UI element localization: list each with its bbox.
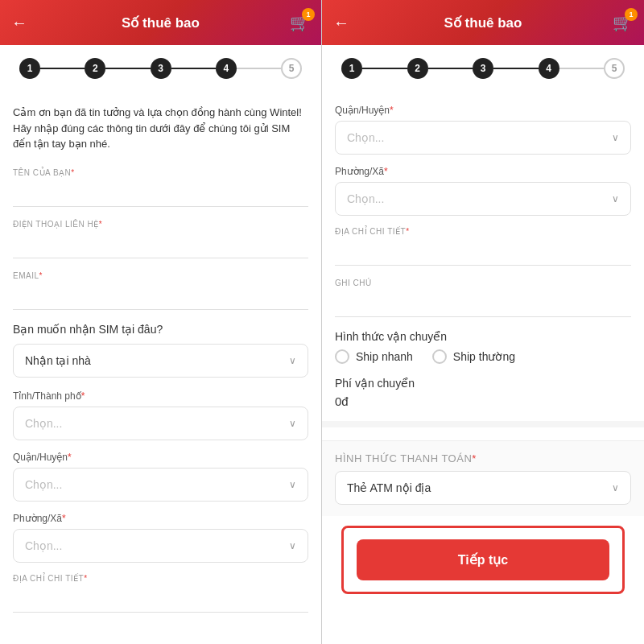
detail-address-field-group: ĐỊA CHỈ CHI TIẾT* xyxy=(13,574,308,613)
payment-value: Thẻ ATM nội địa xyxy=(347,481,431,494)
province-placeholder: Chọn... xyxy=(25,417,62,430)
right-ward-dropdown[interactable]: Chọn... ∨ xyxy=(335,182,631,216)
right-header: ← Số thuê bao 🛒 1 xyxy=(322,0,644,45)
name-required: * xyxy=(71,168,74,177)
right-ward-required: * xyxy=(384,166,388,177)
right-line-1-2 xyxy=(362,68,407,69)
detail-address-input[interactable] xyxy=(13,586,308,613)
left-step-1: 1 xyxy=(19,58,40,79)
left-screen: ← Số thuê bao 🛒 1 1 2 3 4 5 xyxy=(0,0,322,644)
payment-section: Hình thức thanh toán* Thẻ ATM nội địa ∨ xyxy=(322,440,644,516)
ward-required: * xyxy=(62,513,66,524)
right-detail-address-group: ĐỊA CHỈ CHI TIẾT* xyxy=(335,227,631,266)
province-dropdown[interactable]: Chọn... ∨ xyxy=(13,407,308,440)
right-note-input[interactable] xyxy=(335,291,631,317)
left-step-3: 3 xyxy=(151,58,171,79)
right-content: Quận/Huyện* Chọn... ∨ Phường/Xã* Chọn...… xyxy=(322,92,644,644)
right-detail-address-label: ĐỊA CHỈ CHI TIẾT* xyxy=(335,227,631,236)
left-progress-bar: 1 2 3 4 5 xyxy=(0,45,321,92)
right-line-4-5 xyxy=(559,68,605,69)
right-note-label: GHI CHÚ xyxy=(335,279,631,287)
province-chevron-icon: ∨ xyxy=(289,418,296,429)
ward-label: Phường/Xã* xyxy=(13,513,308,524)
payment-dropdown[interactable]: Thẻ ATM nội địa ∨ xyxy=(335,471,631,505)
phone-field-group: ĐIỆN THOẠI LIÊN HỆ* xyxy=(13,220,308,258)
right-screen: ← Số thuê bao 🛒 1 1 2 3 4 5 xyxy=(322,0,644,644)
payment-label: Hình thức thanh toán* xyxy=(335,452,631,464)
left-header-title: Số thuê bao xyxy=(122,14,200,31)
ward-chevron-icon: ∨ xyxy=(289,540,296,551)
shipping-fee-value: 0đ xyxy=(335,394,631,408)
left-step-2: 2 xyxy=(85,58,105,79)
right-cart-badge: 1 xyxy=(625,8,638,21)
ship-fast-label: Ship nhanh xyxy=(356,350,413,363)
delivery-chevron-icon: ∨ xyxy=(289,355,296,366)
right-line-3-4 xyxy=(493,68,539,69)
right-ward-placeholder: Chọn... xyxy=(347,192,384,205)
phone-label: ĐIỆN THOẠI LIÊN HỆ* xyxy=(13,220,308,229)
left-step-4: 4 xyxy=(216,58,237,79)
right-district-label: Quận/Huyện* xyxy=(335,105,631,116)
ship-normal-radio[interactable] xyxy=(432,349,447,364)
name-input[interactable] xyxy=(13,180,308,207)
shipping-fee-group: Phí vận chuyển 0đ xyxy=(335,377,631,408)
right-line-2-3 xyxy=(428,68,473,69)
right-ward-label: Phường/Xã* xyxy=(335,166,631,177)
right-cart-button[interactable]: 🛒 1 xyxy=(613,13,633,32)
province-required: * xyxy=(81,390,85,402)
continue-btn-container: Tiếp tục xyxy=(341,526,625,594)
detail-address-required: * xyxy=(84,574,87,583)
payment-chevron-icon: ∨ xyxy=(612,482,619,493)
right-step-1: 1 xyxy=(341,58,362,79)
ward-field: Phường/Xã* Chọn... ∨ xyxy=(13,513,308,563)
email-label: EMAIL* xyxy=(13,271,308,280)
ship-fast-option[interactable]: Ship nhanh xyxy=(335,349,413,364)
phone-input[interactable] xyxy=(13,232,308,258)
right-step-5: 5 xyxy=(604,58,625,79)
ward-dropdown[interactable]: Chọn... ∨ xyxy=(13,529,308,563)
right-ward-field: Phường/Xã* Chọn... ∨ xyxy=(335,166,631,216)
right-header-title: Số thuê bao xyxy=(444,14,522,31)
district-required: * xyxy=(68,452,72,463)
ship-fast-radio[interactable] xyxy=(335,349,349,364)
detail-address-label: ĐỊA CHỈ CHI TIẾT* xyxy=(13,574,308,583)
shipping-fee-label: Phí vận chuyển xyxy=(335,377,631,390)
left-line-3-4 xyxy=(171,68,216,69)
left-line-2-3 xyxy=(105,68,150,69)
left-back-button[interactable]: ← xyxy=(11,14,27,32)
right-district-dropdown[interactable]: Chọn... ∨ xyxy=(335,121,631,155)
delivery-dropdown-value: Nhận tại nhà xyxy=(25,354,91,367)
right-step-4: 4 xyxy=(539,58,559,79)
email-required: * xyxy=(39,271,43,280)
district-field: Quận/Huyện* Chọn... ∨ xyxy=(13,452,308,502)
ship-normal-option[interactable]: Ship thường xyxy=(432,349,515,364)
phone-required: * xyxy=(99,220,102,229)
left-cart-button[interactable]: 🛒 1 xyxy=(290,13,310,32)
right-detail-address-input[interactable] xyxy=(335,239,631,266)
right-step-3: 3 xyxy=(473,58,493,79)
left-content: Cảm ơn bạn đã tin tưởng và lựa chọn đồng… xyxy=(0,92,321,644)
left-cart-badge: 1 xyxy=(302,8,315,21)
province-label: Tỉnh/Thành phố* xyxy=(13,390,308,402)
right-note-group: GHI CHÚ xyxy=(335,279,631,317)
province-field: Tỉnh/Thành phố* Chọn... ∨ xyxy=(13,390,308,440)
continue-button[interactable]: Tiếp tục xyxy=(357,539,609,580)
right-back-button[interactable]: ← xyxy=(333,14,349,32)
district-placeholder: Chọn... xyxy=(25,478,62,491)
delivery-dropdown[interactable]: Nhận tại nhà ∨ xyxy=(13,344,308,378)
right-district-placeholder: Chọn... xyxy=(347,131,384,144)
right-district-required: * xyxy=(390,105,394,116)
right-district-field: Quận/Huyện* Chọn... ∨ xyxy=(335,105,631,155)
section-separator xyxy=(322,421,644,427)
email-input[interactable] xyxy=(13,283,308,310)
shipping-method-group: Hình thức vận chuyển Ship nhanh Ship thư… xyxy=(335,330,631,364)
shipping-options: Ship nhanh Ship thường xyxy=(335,349,631,364)
district-dropdown[interactable]: Chọn... ∨ xyxy=(13,468,308,502)
email-field-group: EMAIL* xyxy=(13,271,308,310)
right-district-chevron-icon: ∨ xyxy=(612,132,619,143)
district-label: Quận/Huyện* xyxy=(13,452,308,463)
district-chevron-icon: ∨ xyxy=(289,479,296,490)
right-progress-bar: 1 2 3 4 5 xyxy=(322,45,644,92)
right-detail-required: * xyxy=(406,227,409,236)
ship-normal-label: Ship thường xyxy=(453,350,515,363)
